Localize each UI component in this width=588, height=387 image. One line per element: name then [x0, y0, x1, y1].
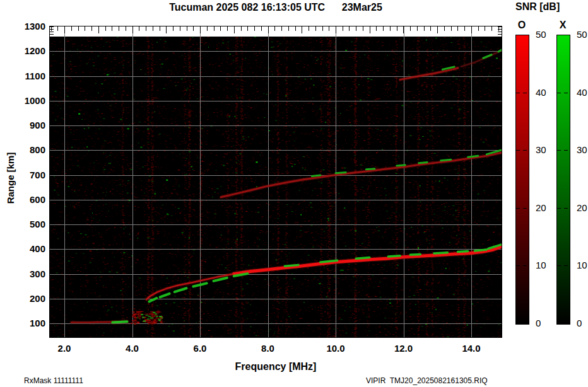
colorbar-O [515, 35, 529, 325]
x-tick-label: 14.0 [452, 344, 490, 354]
colorbar-tick-label: 0 [577, 318, 588, 328]
plot-title: Tucuman 2025 082 16:13:05 UTC 23Mar25 [49, 2, 502, 13]
colorbar-dash [564, 93, 568, 93]
colorbar-dash [516, 208, 520, 209]
x-tick-label: 10.0 [317, 344, 355, 354]
colorbar-dash [557, 93, 561, 93]
colorbar-tick-label: 40 [577, 88, 588, 98]
colorbar-title: SNR [dB] [515, 1, 560, 13]
colorbar-dash [564, 265, 568, 266]
y-tick-label: 600 [8, 195, 45, 205]
colorbar-tick-label: 0 [536, 318, 551, 328]
rxmask-footer: RxMask 11111111 [24, 376, 83, 385]
colorbar-dash [523, 93, 527, 93]
colorbar-tick-label: 50 [577, 30, 588, 40]
x-tick-label: 4.0 [114, 344, 151, 354]
y-tick-label: 1200 [8, 46, 45, 56]
filename-footer: VIPIR TMJ20_2025082161305.RIQ [366, 376, 488, 385]
colorbar-dash [516, 265, 520, 266]
colorbar-dash [557, 208, 561, 209]
colorbar-dash [564, 208, 568, 209]
colorbar-dash [557, 265, 561, 266]
y-tick-label: 400 [8, 244, 45, 254]
colorbar-letter-X: X [556, 20, 569, 31]
y-tick-label: 1100 [8, 71, 45, 81]
colorbar-dash [516, 93, 520, 93]
colorbar-tick-label: 30 [536, 145, 551, 155]
y-tick-label: 1300 [8, 21, 45, 32]
colorbar-tick-label: 20 [536, 203, 551, 213]
y-tick-label: 500 [8, 219, 45, 229]
y-tick-label: 800 [8, 145, 45, 155]
colorbar-tick-label: 50 [536, 30, 551, 40]
plot-frame [49, 26, 502, 338]
colorbar-letter-O: O [515, 20, 528, 31]
colorbar-dash [557, 150, 561, 151]
colorbar-tick-label: 10 [536, 260, 551, 270]
y-tick-label: 100 [8, 318, 45, 328]
colorbar-dash [523, 265, 527, 266]
x-tick-label: 6.0 [181, 344, 219, 354]
y-tick-label: 1000 [8, 96, 45, 106]
colorbar-X [556, 35, 570, 325]
colorbar-tick-label: 20 [577, 203, 588, 213]
colorbar-dash [516, 150, 520, 151]
x-tick-label: 8.0 [249, 344, 287, 354]
y-tick-label: 900 [8, 120, 45, 130]
colorbar-tick-label: 30 [577, 145, 588, 155]
ionogram-canvas [50, 26, 502, 337]
x-axis-label: Frequency [MHz] [49, 361, 502, 373]
colorbar-dash [523, 208, 527, 209]
colorbar-tick-label: 40 [536, 88, 551, 98]
colorbar-dash [564, 150, 568, 151]
x-tick-label: 2.0 [45, 344, 83, 354]
x-tick-label: 12.0 [385, 344, 423, 354]
ionogram-page: { "title": "Tucuman 2025 082 16:13:05 UT… [0, 0, 588, 387]
y-tick-label: 700 [8, 170, 45, 180]
y-tick-label: 200 [8, 294, 45, 304]
y-tick-label: 300 [8, 269, 45, 279]
colorbar-dash [523, 150, 527, 151]
colorbar-tick-label: 10 [577, 260, 588, 270]
